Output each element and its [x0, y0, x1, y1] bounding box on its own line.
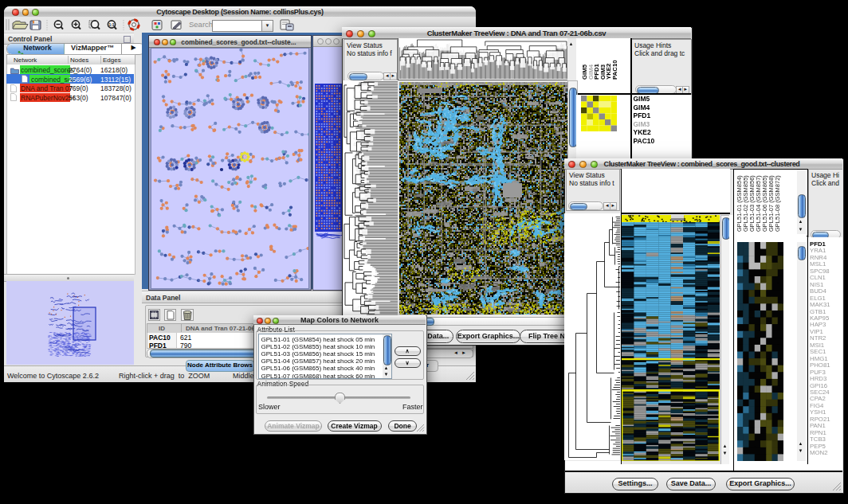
- svg-text:1:1: 1:1: [108, 22, 114, 27]
- svg-text:Search:: Search:: [189, 20, 215, 29]
